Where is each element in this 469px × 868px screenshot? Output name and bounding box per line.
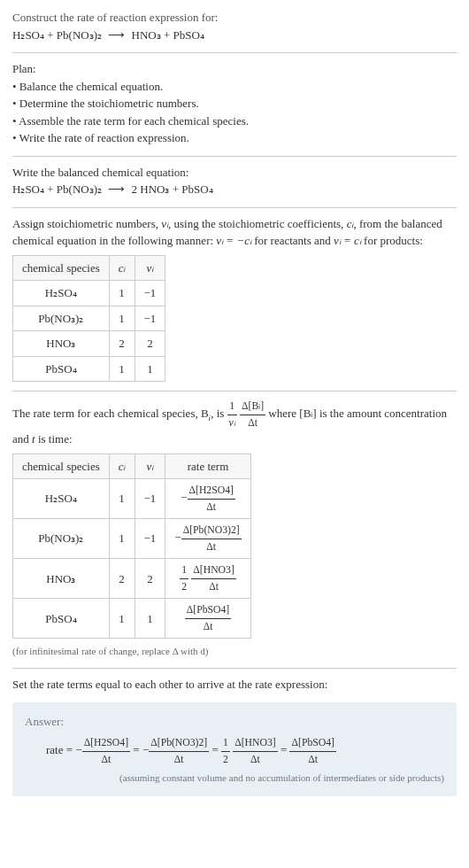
prompt-section: Construct the rate of reaction expressio…	[12, 9, 457, 43]
balanced-eq-lhs: H₂SO₄ + Pb(NO₃)₂	[12, 182, 102, 196]
answer-equation: rate = −Δ[H2SO4]Δt = −Δ[Pb(NO3)2]Δt = 12…	[25, 735, 444, 767]
rate-term-table: chemical species cᵢ νᵢ rate term H₂SO₄ 1…	[12, 453, 251, 639]
balanced-intro: Write the balanced chemical equation:	[12, 164, 457, 182]
stoich-table: chemical species cᵢ νᵢ H₂SO₄1−1 Pb(NO₃)₂…	[12, 255, 165, 383]
col-rate-term: rate term	[165, 453, 250, 479]
divider	[12, 156, 457, 157]
balanced-eq-rhs: 2 HNO₃ + PbSO₄	[132, 182, 213, 196]
rate-term-cell: Δ[PbSO4]Δt	[165, 599, 250, 639]
prompt-line1: Construct the rate of reaction expressio…	[12, 9, 457, 27]
rel2: νᵢ = cᵢ	[334, 234, 361, 247]
set-equal-section: Set the rate terms equal to each other t…	[12, 676, 457, 694]
table-row: Pb(NO₃)₂1−1	[13, 306, 165, 331]
table-row: Pb(NO₃)₂ 1 −1 −Δ[Pb(NO3)2]Δt	[13, 519, 251, 559]
answer-box: Answer: rate = −Δ[H2SO4]Δt = −Δ[Pb(NO3)2…	[12, 702, 457, 796]
assign-text: , using the stoichiometric coefficients,	[168, 217, 347, 230]
balanced-equation: H₂SO₄ + Pb(NO₃)₂ ⟶ 2 HNO₃ + PbSO₄	[12, 181, 457, 198]
prompt-equation: H₂SO₄ + Pb(NO₃)₂ ⟶ HNO₃ + PbSO₄	[12, 27, 457, 44]
bullet-icon: •	[12, 80, 19, 93]
rate-footnote: (for infinitesimal rate of change, repla…	[12, 644, 457, 659]
table-header-row: chemical species cᵢ νᵢ rate term	[13, 453, 251, 479]
rel1: νᵢ = −cᵢ	[216, 234, 251, 247]
plan-title: Plan:	[12, 60, 457, 78]
rate-intro: , is	[211, 407, 227, 420]
reaction-arrow-icon: ⟶	[104, 27, 128, 44]
divider	[12, 391, 457, 391]
table-row: H₂SO₄1−1	[13, 281, 165, 306]
balanced-section: Write the balanced chemical equation: H₂…	[12, 164, 457, 198]
table-row: HNO₃ 2 2 12 Δ[HNO3]Δt	[13, 559, 251, 599]
set-equal-text: Set the rate terms equal to each other t…	[12, 676, 457, 694]
assign-section: Assign stoichiometric numbers, νᵢ, using…	[12, 215, 457, 383]
divider	[12, 668, 457, 669]
assign-text: Assign stoichiometric numbers,	[12, 217, 161, 230]
plan-section: Plan: • Balance the chemical equation. •…	[12, 60, 457, 147]
rate-intro: is time:	[35, 432, 73, 446]
assign-text: for reactants and	[251, 234, 334, 247]
table-row: HNO₃22	[13, 331, 165, 357]
table-header-row: chemical species cᵢ νᵢ	[13, 255, 165, 281]
fraction: Δ[Bᵢ]Δt	[240, 399, 265, 430]
col-ci: cᵢ	[109, 453, 135, 479]
plan-item: • Write the rate of reaction expression.	[12, 129, 457, 147]
divider	[12, 207, 457, 208]
rate-label: rate =	[46, 743, 75, 756]
prompt-eq-rhs: HNO₃ + PbSO₄	[132, 28, 204, 42]
fraction: 1νᵢ	[227, 399, 237, 430]
answer-note: (assuming constant volume and no accumul…	[25, 771, 444, 786]
rate-term-section: The rate term for each chemical species,…	[12, 399, 457, 659]
bullet-icon: •	[12, 97, 19, 110]
answer-label: Answer:	[25, 713, 444, 731]
col-ci: cᵢ	[109, 255, 135, 281]
prompt-eq-lhs: H₂SO₄ + Pb(NO₃)₂	[12, 28, 102, 42]
col-nui: νᵢ	[135, 453, 165, 479]
col-species: chemical species	[13, 453, 110, 479]
col-nui: νᵢ	[135, 255, 165, 281]
divider	[12, 52, 457, 53]
table-row: PbSO₄ 1 1 Δ[PbSO4]Δt	[13, 599, 251, 639]
plan-item: • Determine the stoichiometric numbers.	[12, 95, 457, 112]
plan-item: • Assemble the rate term for each chemic…	[12, 112, 457, 130]
rate-term-cell: −Δ[H2SO4]Δt	[165, 479, 250, 519]
assign-text: for products:	[361, 234, 423, 247]
plan-item: • Balance the chemical equation.	[12, 78, 457, 96]
table-row: PbSO₄11	[13, 356, 165, 382]
table-row: H₂SO₄ 1 −1 −Δ[H2SO4]Δt	[13, 479, 251, 519]
nu-i: νᵢ	[161, 217, 168, 230]
reaction-arrow-icon: ⟶	[104, 181, 128, 198]
rate-term-cell: 12 Δ[HNO3]Δt	[165, 559, 250, 599]
rate-intro: The rate term for each chemical species,…	[12, 407, 209, 420]
col-species: chemical species	[13, 255, 110, 281]
rate-term-cell: −Δ[Pb(NO3)2]Δt	[165, 519, 250, 559]
bullet-icon: •	[12, 131, 19, 144]
